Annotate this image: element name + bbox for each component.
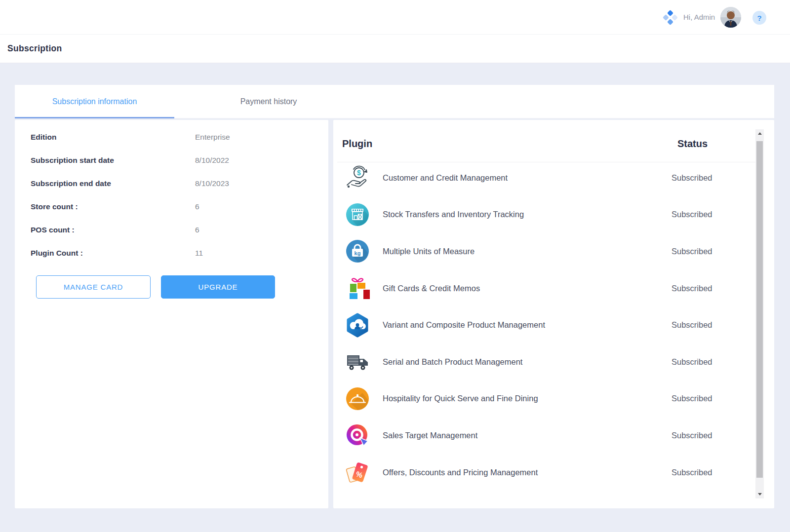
plugin-row: Serial and Batch Product Management Subs… <box>333 343 755 380</box>
plugin-name: Gift Cards & Credit Memos <box>383 284 480 293</box>
info-label: Subscription start date <box>31 156 114 165</box>
plugin-row: Offers, Discounts and Pricing Management… <box>333 454 755 491</box>
gift-icon <box>345 275 370 301</box>
scrollbar[interactable] <box>755 129 764 498</box>
truck-icon <box>345 349 370 375</box>
subscription-info-panel: Edition Enterprise Subscription start da… <box>15 120 328 508</box>
tab-subscription-information[interactable]: Subscription information <box>15 85 174 118</box>
avatar-image <box>720 7 741 28</box>
plugin-name: Hospitality for Quick Serve and Fine Din… <box>383 394 538 403</box>
cloche-icon <box>345 386 370 412</box>
status-badge: Subscribed <box>672 468 712 477</box>
kg-bag-icon <box>345 238 370 264</box>
status-column-header: Status <box>677 138 708 150</box>
plugin-name: Multiple Units of Measure <box>383 247 474 256</box>
diamond-shape <box>672 14 678 21</box>
plugin-row: Variant and Composite Product Management… <box>333 306 755 343</box>
status-badge: Subscribed <box>672 394 712 403</box>
tab-label: Payment history <box>240 97 297 106</box>
store-icon <box>345 202 370 228</box>
status-badge: Subscribed <box>672 284 712 293</box>
tab-label: Subscription information <box>52 97 137 106</box>
diamond-shape <box>663 14 669 21</box>
help-button[interactable]: ? <box>752 11 766 25</box>
info-row-end-date: Subscription end date 8/10/2023 <box>15 179 328 189</box>
plugin-row: Sales Target Management Subscribed <box>333 417 755 454</box>
subscription-screen: Hi, Admin ? Subscription Subscription in… <box>0 0 790 532</box>
info-value: Enterprise <box>195 133 230 142</box>
scrollbar-thumb[interactable] <box>756 141 763 478</box>
info-value: 8/10/2023 <box>195 179 229 188</box>
info-row-start-date: Subscription start date 8/10/2022 <box>15 156 328 166</box>
status-badge: Subscribed <box>672 247 712 256</box>
arrow-glyph <box>758 132 762 135</box>
plugin-column-header: Plugin <box>342 138 372 150</box>
status-badge: Subscribed <box>672 173 712 183</box>
status-badge: Subscribed <box>672 210 712 219</box>
plugin-list: Customer and Credit Management Subscribe… <box>333 159 755 508</box>
diamond-shape <box>667 19 673 25</box>
page-title: Subscription <box>7 43 62 54</box>
target-icon <box>345 422 370 448</box>
info-row-edition: Edition Enterprise <box>15 133 328 143</box>
status-badge: Subscribed <box>672 357 712 367</box>
cloud-hexagon-icon <box>345 312 370 338</box>
info-label: Store count : <box>31 202 78 211</box>
plugin-row: Customer and Credit Management Subscribe… <box>333 159 755 196</box>
info-row-plugin-count: Plugin Count : 11 <box>15 249 328 259</box>
manage-card-button[interactable]: MANAGE CARD <box>36 275 151 299</box>
plugin-row: Multiple Units of Measure Subscribed <box>333 233 755 270</box>
status-badge: Subscribed <box>672 320 712 330</box>
info-row-pos-count: POS count : 6 <box>15 226 328 235</box>
scroll-down-arrow-icon[interactable] <box>755 490 764 498</box>
info-label: Edition <box>31 133 57 142</box>
info-value: 6 <box>195 202 199 211</box>
plugin-name: Serial and Batch Product Management <box>383 357 522 367</box>
tab-bar: Subscription information Payment history <box>15 85 774 118</box>
user-greeting: Hi, Admin <box>683 13 715 21</box>
info-value: 11 <box>195 249 203 258</box>
plugin-name: Customer and Credit Management <box>383 173 508 183</box>
plugin-name: Stock Transfers and Inventory Tracking <box>383 210 524 219</box>
plugin-row: Stock Transfers and Inventory Tracking S… <box>333 196 755 233</box>
app-launcher-icon[interactable] <box>664 10 677 24</box>
tab-payment-history[interactable]: Payment history <box>189 85 348 118</box>
plugin-row: Gift Cards & Credit Memos Subscribed <box>333 270 755 307</box>
plugin-row: Hospitality for Quick Serve and Fine Din… <box>333 380 755 418</box>
plugin-name: Variant and Composite Product Management <box>383 320 545 330</box>
help-icon: ? <box>757 14 761 22</box>
status-badge: Subscribed <box>672 431 712 440</box>
plugin-name: Offers, Discounts and Pricing Management <box>383 468 538 477</box>
plugin-name: Sales Target Management <box>383 431 477 440</box>
title-bar: Subscription <box>0 35 790 63</box>
arrow-glyph <box>758 493 762 495</box>
info-label: Subscription end date <box>31 179 111 188</box>
info-label: Plugin Count : <box>31 249 83 258</box>
avatar[interactable] <box>720 7 741 28</box>
info-value: 8/10/2022 <box>195 156 229 165</box>
info-label: POS count : <box>31 226 75 234</box>
active-tab-underline <box>15 117 174 118</box>
scroll-up-arrow-icon[interactable] <box>755 129 764 138</box>
diamond-shape <box>667 10 673 16</box>
top-bar: Hi, Admin ? <box>0 0 790 35</box>
upgrade-button[interactable]: UPGRADE <box>161 275 275 299</box>
plugin-panel: Plugin Status Customer and Credit Manage… <box>333 120 774 508</box>
hand-coin-icon <box>345 165 370 190</box>
info-row-store-count: Store count : 6 <box>15 202 328 212</box>
info-value: 6 <box>195 226 199 234</box>
price-tag-icon <box>345 459 370 485</box>
